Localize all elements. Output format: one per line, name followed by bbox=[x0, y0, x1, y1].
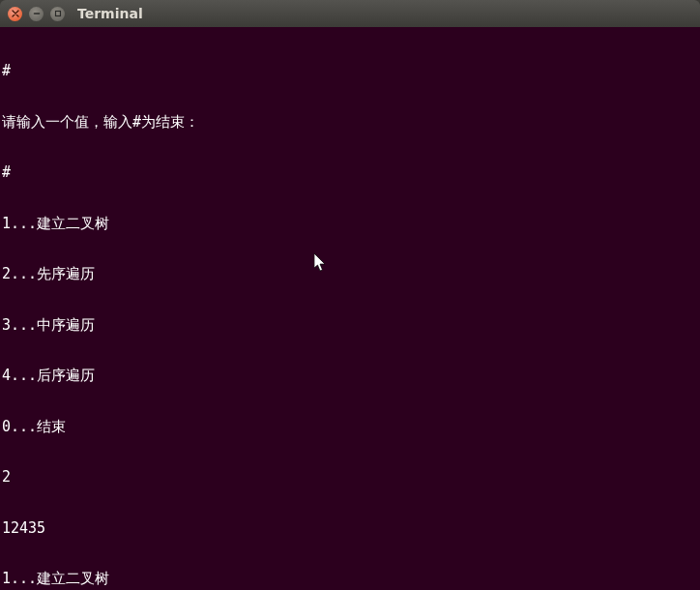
terminal-body[interactable]: # 请输入一个值，输入#为结束： # 1...建立二叉树 2...先序遍历 3.… bbox=[0, 27, 700, 590]
output-line: # bbox=[2, 164, 698, 182]
output-line: 2...先序遍历 bbox=[2, 266, 698, 283]
terminal-window: Terminal # 请输入一个值，输入#为结束： # 1...建立二叉树 2.… bbox=[0, 0, 700, 590]
output-line: 4...后序遍历 bbox=[2, 368, 698, 385]
close-icon[interactable] bbox=[8, 7, 22, 21]
window-title: Terminal bbox=[77, 6, 143, 21]
maximize-icon[interactable] bbox=[50, 7, 65, 21]
output-line: 0...结束 bbox=[2, 419, 698, 436]
output-line: 3...中序遍历 bbox=[2, 317, 698, 335]
output-line: # bbox=[2, 63, 698, 80]
titlebar[interactable]: Terminal bbox=[0, 0, 700, 27]
output-line: 请输入一个值，输入#为结束： bbox=[2, 114, 698, 132]
output-line: 2 bbox=[2, 469, 698, 487]
svg-rect-0 bbox=[55, 12, 60, 16]
minimize-icon[interactable] bbox=[29, 7, 44, 21]
output-line: 1...建立二叉树 bbox=[2, 216, 698, 233]
output-line: 12435 bbox=[2, 520, 698, 538]
output-line: 1...建立二叉树 bbox=[2, 571, 698, 588]
